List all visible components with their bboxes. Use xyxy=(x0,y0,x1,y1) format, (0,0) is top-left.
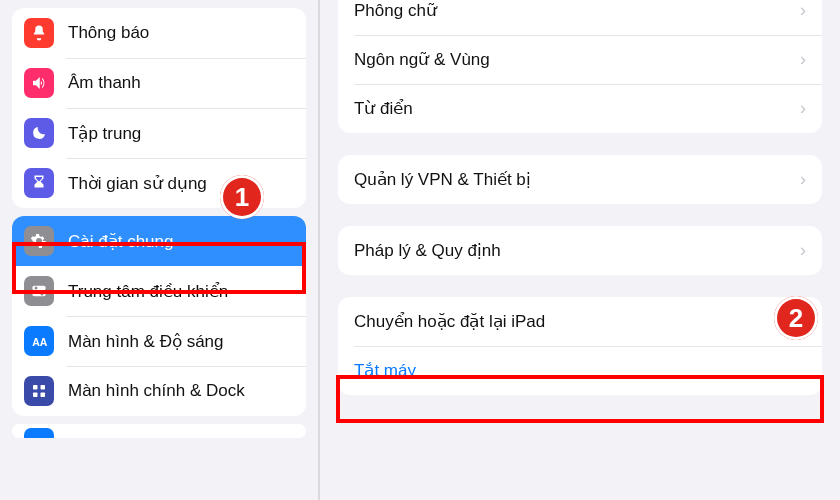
row-transfer-reset[interactable]: Chuyển hoặc đặt lại iPad › xyxy=(338,297,822,346)
row-legal[interactable]: Pháp lý & Quy định › xyxy=(338,226,822,275)
sidebar-item-notifications[interactable]: Thông báo xyxy=(12,8,306,58)
svg-rect-5 xyxy=(33,385,38,390)
sidebar-item-partial[interactable] xyxy=(12,424,306,438)
chevron-right-icon: › xyxy=(800,169,806,190)
sidebar-group-notifications: Thông báo Âm thanh Tập trung Thời gian s… xyxy=(12,8,306,208)
sidebar-item-label: Trung tâm điều khiển xyxy=(68,281,228,302)
bell-icon xyxy=(24,18,54,48)
detail-group-typography: Phông chữ › Ngôn ngữ & Vùng › Từ điển › xyxy=(338,0,822,133)
chevron-right-icon: › xyxy=(800,0,806,21)
svg-rect-7 xyxy=(33,393,38,398)
sidebar-item-label: Màn hình chính & Dock xyxy=(68,381,245,401)
svg-text:AA: AA xyxy=(32,336,48,348)
sidebar-item-label: Thời gian sử dụng xyxy=(68,173,207,194)
row-dictionary[interactable]: Từ điển › xyxy=(338,84,822,133)
sidebar-item-sound[interactable]: Âm thanh xyxy=(12,58,306,108)
row-shutdown[interactable]: Tắt máy xyxy=(338,346,822,395)
sidebar-item-focus[interactable]: Tập trung xyxy=(12,108,306,158)
annotation-badge-2: 2 xyxy=(774,296,818,340)
settings-sidebar: Thông báo Âm thanh Tập trung Thời gian s… xyxy=(0,0,318,500)
sidebar-item-label: Tập trung xyxy=(68,123,141,144)
moon-icon xyxy=(24,118,54,148)
speaker-icon xyxy=(24,68,54,98)
sidebar-item-general[interactable]: Cài đặt chung xyxy=(12,216,306,266)
svg-rect-6 xyxy=(41,385,46,390)
detail-group-reset: Chuyển hoặc đặt lại iPad › Tắt máy xyxy=(338,297,822,395)
sidebar-item-label: Cài đặt chung xyxy=(68,231,173,252)
row-label: Quản lý VPN & Thiết bị xyxy=(354,169,531,190)
grid-icon xyxy=(24,376,54,406)
row-label: Phông chữ xyxy=(354,0,437,21)
sidebar-group-general: Cài đặt chung Trung tâm điều khiển AA Mà… xyxy=(12,216,306,416)
row-language-region[interactable]: Ngôn ngữ & Vùng › xyxy=(338,35,822,84)
svg-point-3 xyxy=(41,293,44,296)
toggles-icon xyxy=(24,276,54,306)
detail-group-vpn: Quản lý VPN & Thiết bị › xyxy=(338,155,822,204)
svg-rect-8 xyxy=(41,393,46,398)
sidebar-item-label: Màn hình & Độ sáng xyxy=(68,331,224,352)
detail-group-legal: Pháp lý & Quy định › xyxy=(338,226,822,275)
svg-rect-0 xyxy=(32,286,46,291)
row-label: Tắt máy xyxy=(354,360,416,381)
chevron-right-icon: › xyxy=(800,49,806,70)
row-label: Pháp lý & Quy định xyxy=(354,240,501,261)
svg-rect-1 xyxy=(32,292,46,297)
annotation-badge-1: 1 xyxy=(220,175,264,219)
svg-point-2 xyxy=(35,287,38,290)
sidebar-group-next xyxy=(12,424,306,438)
sidebar-item-display[interactable]: AA Màn hình & Độ sáng xyxy=(12,316,306,366)
text-size-icon: AA xyxy=(24,326,54,356)
sidebar-item-label: Thông báo xyxy=(68,23,149,43)
chevron-right-icon: › xyxy=(800,98,806,119)
sidebar-item-homescreen[interactable]: Màn hình chính & Dock xyxy=(12,366,306,416)
row-vpn-device[interactable]: Quản lý VPN & Thiết bị › xyxy=(338,155,822,204)
row-label: Chuyển hoặc đặt lại iPad xyxy=(354,311,545,332)
general-settings-detail: Phông chữ › Ngôn ngữ & Vùng › Từ điển › … xyxy=(320,0,840,500)
accessibility-icon xyxy=(24,428,54,438)
gear-icon xyxy=(24,226,54,256)
row-fonts[interactable]: Phông chữ › xyxy=(338,0,822,35)
sidebar-item-label: Âm thanh xyxy=(68,73,141,93)
chevron-right-icon: › xyxy=(800,240,806,261)
hourglass-icon xyxy=(24,168,54,198)
row-label: Ngôn ngữ & Vùng xyxy=(354,49,490,70)
sidebar-item-control-center[interactable]: Trung tâm điều khiển xyxy=(12,266,306,316)
row-label: Từ điển xyxy=(354,98,413,119)
